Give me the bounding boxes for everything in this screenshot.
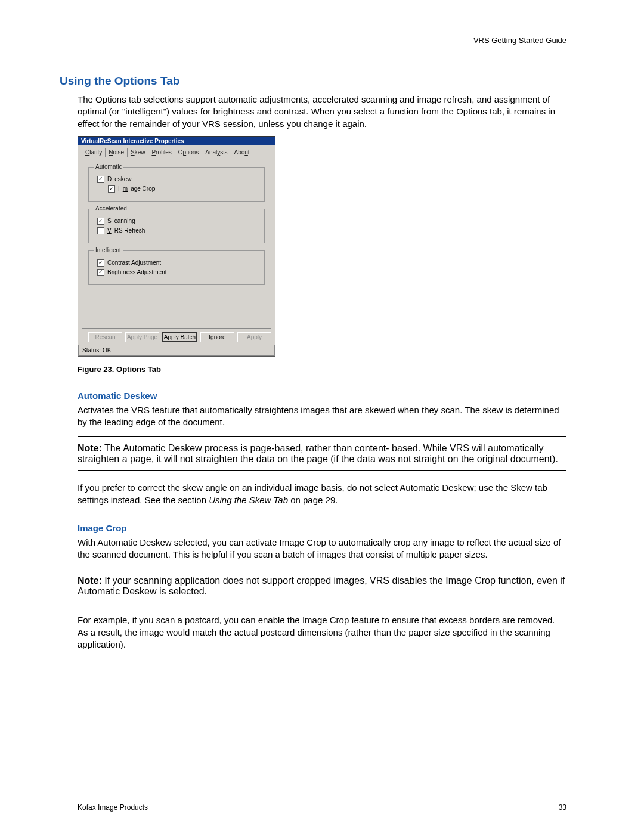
options-dialog: VirtualReScan Interactive Properties Cla… bbox=[78, 136, 275, 357]
group-label-accelerated: Accelerated bbox=[94, 205, 129, 212]
check-icon: ✓ bbox=[108, 185, 115, 193]
note-text: If your scanning application does not su… bbox=[78, 575, 565, 596]
tab-options[interactable]: Options bbox=[175, 148, 202, 157]
apply-page-button[interactable]: Apply Page bbox=[125, 332, 159, 342]
section-intro: The Options tab selections support autom… bbox=[78, 94, 566, 130]
group-label-intelligent: Intelligent bbox=[94, 247, 123, 253]
image-crop-p1: With Automatic Deskew selected, you can … bbox=[78, 537, 566, 561]
checkbox-brightness[interactable]: ✓Brightness Adjustment bbox=[97, 269, 258, 276]
note-label: Note: bbox=[78, 575, 102, 586]
image-crop-p2: For example, if you scan a postcard, you… bbox=[78, 614, 566, 651]
ignore-button[interactable]: Ignore bbox=[200, 332, 234, 342]
group-automatic: Automatic ✓Deskew ✓Image Crop bbox=[88, 167, 265, 202]
auto-deskew-p2: If you prefer to correct the skew angle … bbox=[78, 482, 566, 506]
checkbox-contrast[interactable]: ✓Contrast Adjustment bbox=[97, 259, 258, 267]
section-heading: Using the Options Tab bbox=[60, 75, 566, 88]
heading-auto-deskew: Automatic Deskew bbox=[78, 391, 566, 401]
tab-skew[interactable]: Skew bbox=[127, 148, 148, 157]
image-crop-note: Note: If your scanning application does … bbox=[78, 569, 566, 603]
tab-profiles[interactable]: Profiles bbox=[148, 148, 175, 157]
dialog-titlebar: VirtualReScan Interactive Properties bbox=[78, 137, 275, 145]
tab-clarity[interactable]: Clarity bbox=[82, 148, 106, 157]
apply-batch-button[interactable]: Apply Batch bbox=[162, 332, 197, 342]
figure-caption: Figure 23. Options Tab bbox=[78, 365, 566, 374]
auto-deskew-p1: Activates the VRS feature that automatic… bbox=[78, 404, 566, 429]
auto-deskew-note: Note: The Automatic Deskew process is pa… bbox=[78, 436, 566, 471]
status-bar: Status: OK bbox=[78, 345, 275, 356]
checkbox-image-crop[interactable]: ✓Image Crop bbox=[108, 185, 258, 193]
group-accelerated: Accelerated ✓Scanning VRS Refresh bbox=[88, 209, 265, 243]
rescan-button[interactable]: Rescan bbox=[88, 332, 122, 342]
page-footer: Kofax Image Products 33 bbox=[78, 803, 566, 812]
checkbox-deskew[interactable]: ✓Deskew bbox=[97, 176, 258, 183]
apply-button[interactable]: Apply bbox=[237, 332, 271, 342]
checkbox-scanning[interactable]: ✓Scanning bbox=[97, 218, 258, 225]
tab-noise[interactable]: Noise bbox=[105, 148, 128, 157]
footer-page: 33 bbox=[559, 803, 566, 812]
dialog-tabs: Clarity Noise Skew Profiles Options Anal… bbox=[78, 145, 275, 157]
check-icon: ✓ bbox=[97, 218, 104, 225]
group-label-automatic: Automatic bbox=[94, 163, 123, 170]
heading-image-crop: Image Crop bbox=[78, 523, 566, 533]
check-icon bbox=[97, 227, 104, 234]
group-intelligent: Intelligent ✓Contrast Adjustment ✓Bright… bbox=[88, 250, 265, 285]
tab-analysis[interactable]: Analysis bbox=[202, 148, 231, 157]
note-label: Note: bbox=[78, 443, 102, 453]
cross-ref: Using the Skew Tab bbox=[209, 495, 288, 505]
note-text: The Automatic Deskew process is page-bas… bbox=[78, 443, 558, 464]
dialog-panel: Automatic ✓Deskew ✓Image Crop Accelerate… bbox=[82, 157, 271, 329]
check-icon: ✓ bbox=[97, 176, 104, 183]
footer-left: Kofax Image Products bbox=[78, 803, 148, 812]
checkbox-vrs-refresh[interactable]: VRS Refresh bbox=[97, 227, 258, 234]
check-icon: ✓ bbox=[97, 259, 104, 267]
check-icon: ✓ bbox=[97, 269, 104, 276]
tab-about[interactable]: About bbox=[231, 148, 253, 157]
doc-header: VRS Getting Started Guide bbox=[78, 36, 566, 45]
dialog-buttons: Rescan Apply Page Apply Batch Ignore App… bbox=[78, 332, 275, 345]
